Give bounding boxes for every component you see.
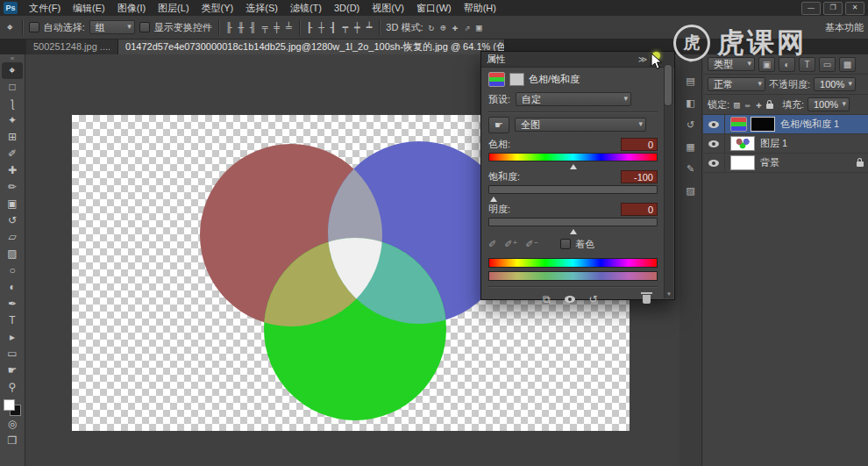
tool-zoom[interactable]: ⚲: [2, 379, 23, 396]
3d-rotate-icon[interactable]: ↻: [428, 22, 436, 33]
color-swatches[interactable]: [4, 399, 21, 416]
tool-dodge[interactable]: ◐: [2, 279, 23, 296]
adjustments-panel-icon[interactable]: ▤: [686, 75, 694, 87]
channels-panel-icon[interactable]: ▨: [686, 185, 694, 197]
auto-select-target-dropdown[interactable]: 组: [89, 20, 135, 34]
layer-name[interactable]: 色相/饱和度 1: [780, 118, 839, 131]
lightness-value-field[interactable]: 0: [621, 203, 658, 216]
distribute-middle-icon[interactable]: ┼: [317, 22, 325, 33]
tool-quick-select[interactable]: ✦: [2, 112, 23, 129]
align-bottom-icon[interactable]: ╧: [285, 22, 293, 33]
screen-mode-button[interactable]: ❐: [2, 433, 23, 449]
3d-drag-icon[interactable]: ✚: [452, 22, 459, 33]
layer-thumbnail[interactable]: [730, 155, 755, 170]
menu-image[interactable]: 图像(I): [111, 0, 152, 16]
swatches-panel-icon[interactable]: ▦: [686, 141, 694, 153]
history-panel-icon[interactable]: ↺: [687, 119, 694, 131]
tool-gradient[interactable]: ▨: [2, 246, 23, 262]
layer-row-adjustment[interactable]: 色相/饱和度 1: [703, 115, 868, 134]
add-sample-eyedropper-icon[interactable]: ✐⁺: [504, 239, 517, 250]
layer-mask-thumbnail[interactable]: [751, 117, 775, 132]
auto-select-checkbox[interactable]: [29, 22, 39, 32]
tool-healing-brush[interactable]: ✚: [2, 162, 23, 179]
menu-view[interactable]: 视图(V): [366, 0, 410, 16]
lightness-slider-handle[interactable]: [570, 226, 577, 234]
clip-to-layer-icon[interactable]: ⧉: [543, 293, 551, 305]
3d-roll-icon[interactable]: ⊕: [439, 22, 447, 33]
tool-history-brush[interactable]: ↺: [2, 212, 23, 229]
tool-eraser[interactable]: ▱: [2, 229, 23, 246]
align-middle-icon[interactable]: ╪: [273, 22, 281, 33]
preset-dropdown[interactable]: 自定: [516, 92, 631, 106]
distribute-center-icon[interactable]: ┿: [353, 22, 361, 33]
eye-icon[interactable]: [708, 121, 719, 128]
align-top-icon[interactable]: ╤: [261, 22, 269, 33]
visibility-cell[interactable]: [703, 134, 725, 153]
hue-slider-handle[interactable]: [570, 161, 577, 169]
layer-name[interactable]: 背景: [760, 156, 779, 169]
layer-row-background[interactable]: 背景: [703, 154, 868, 173]
document-tab-active[interactable]: 01472d57e4e0730000018c1b14db25.jpg@1280w…: [118, 39, 505, 54]
tool-path-select[interactable]: ▸: [2, 329, 23, 346]
menu-file[interactable]: 文件(F): [23, 0, 67, 16]
restore-button[interactable]: ❐: [823, 2, 843, 15]
tool-move[interactable]: ⌖: [2, 62, 23, 79]
align-center-h-icon[interactable]: ╫: [237, 22, 245, 33]
3d-scale-icon[interactable]: ▣: [475, 22, 483, 33]
toggle-visibility-icon[interactable]: [565, 296, 575, 303]
align-right-icon[interactable]: ╢: [249, 22, 257, 33]
properties-panel-header[interactable]: 属性 ≫ ≡: [481, 52, 674, 68]
lock-position-icon[interactable]: ✚: [755, 99, 763, 111]
opacity-dropdown[interactable]: 100%: [814, 77, 856, 91]
scrollbar-thumb[interactable]: [664, 64, 672, 106]
channel-dropdown[interactable]: 全图: [515, 118, 646, 132]
distribute-bottom-icon[interactable]: ┨: [330, 22, 338, 33]
menu-3d[interactable]: 3D(D): [328, 0, 366, 16]
saturation-value-field[interactable]: -100: [621, 170, 658, 183]
tool-shape[interactable]: ▭: [2, 346, 23, 362]
filter-shape-layers-icon[interactable]: ▭: [819, 57, 836, 72]
filter-smart-objects-icon[interactable]: ▩: [839, 57, 856, 72]
colorize-checkbox[interactable]: [560, 239, 571, 249]
tool-blur[interactable]: ○: [2, 262, 23, 279]
scroll-down-icon[interactable]: ▼: [666, 291, 672, 297]
layer-name[interactable]: 图层 1: [760, 137, 787, 150]
layer-row-image[interactable]: 图层 1: [703, 134, 868, 154]
styles-panel-icon[interactable]: ✎: [687, 163, 694, 175]
subtract-sample-eyedropper-icon[interactable]: ✐⁻: [525, 239, 538, 250]
lock-pixels-icon[interactable]: ✏: [744, 99, 752, 111]
menu-window[interactable]: 窗口(W): [410, 0, 458, 16]
visibility-cell[interactable]: [703, 154, 725, 172]
tool-crop[interactable]: ⊞: [2, 129, 23, 146]
foreground-color-swatch[interactable]: [4, 399, 15, 411]
tool-type[interactable]: T: [2, 312, 23, 329]
menu-select[interactable]: 选择(S): [239, 0, 284, 16]
hue-value-field[interactable]: 0: [621, 138, 658, 151]
sample-eyedropper-icon[interactable]: ✐: [488, 239, 496, 250]
tool-clone-stamp[interactable]: ▣: [2, 196, 23, 212]
tool-eyedropper[interactable]: ✐: [2, 146, 23, 162]
targeted-adjustment-tool[interactable]: ☛: [488, 117, 509, 133]
toolbar-collapse-icon[interactable]: «: [11, 54, 14, 62]
close-button[interactable]: ✕: [845, 2, 864, 15]
masks-panel-icon[interactable]: ◧: [686, 97, 694, 109]
workspace-switcher[interactable]: 基本功能: [825, 21, 864, 34]
fill-dropdown[interactable]: 100%: [808, 97, 850, 111]
minimize-button[interactable]: —: [801, 2, 821, 15]
3d-slide-icon[interactable]: ⇗: [463, 22, 471, 33]
eye-icon[interactable]: [708, 140, 719, 147]
reset-icon[interactable]: ↺: [589, 293, 598, 305]
hue-saturation-adjustment-icon[interactable]: [730, 117, 747, 132]
distribute-top-icon[interactable]: ┠: [306, 22, 314, 33]
tool-lasso[interactable]: ƪ: [2, 96, 23, 112]
menu-edit[interactable]: 编辑(E): [67, 0, 111, 16]
lock-all-icon[interactable]: [766, 104, 773, 109]
delete-adjustment-icon[interactable]: [643, 295, 651, 304]
align-left-icon[interactable]: ╟: [225, 22, 233, 33]
show-transform-checkbox[interactable]: [139, 22, 150, 32]
menu-layer[interactable]: 图层(L): [152, 0, 195, 16]
menu-type[interactable]: 类型(Y): [196, 0, 240, 16]
blend-mode-dropdown[interactable]: 正常: [708, 77, 765, 91]
menu-help[interactable]: 帮助(H): [458, 0, 502, 16]
saturation-slider-handle[interactable]: [490, 193, 497, 202]
